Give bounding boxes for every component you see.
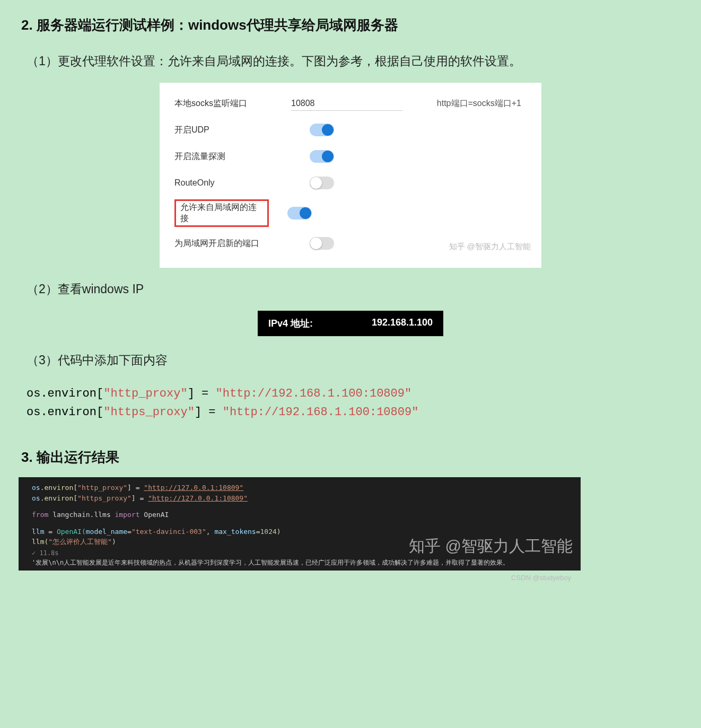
socks-port-value[interactable]: 10808 xyxy=(291,97,402,111)
setting-row-udp: 开启UDP xyxy=(174,120,527,140)
ipv4-address-box: IPv4 地址: 192.168.1.100 xyxy=(258,311,443,336)
term-line: llm("怎么评价人工智能") xyxy=(32,537,573,547)
setting-row-port: 本地socks监听端口 10808 http端口=socks端口+1 xyxy=(174,93,527,113)
output-text: '发展\n\n人工智能发展是近年来科技领域的热点，从机器学习到深度学习，人工智能… xyxy=(32,558,573,567)
execution-time: ✓ 11.8s xyxy=(32,549,573,557)
section-3-heading: 3. 输出运行结果 xyxy=(21,448,680,467)
setting-row-lan: 允许来自局域网的连接 xyxy=(174,199,527,227)
toggle-traffic[interactable] xyxy=(310,150,334,163)
term-line: from langchain.llms import OpenAI xyxy=(32,510,573,520)
toggle-knob xyxy=(310,177,322,189)
toggle-knob xyxy=(322,124,334,136)
term-line: os.environ["https_proxy"] = "http://127.… xyxy=(32,493,573,504)
toggle-lan[interactable] xyxy=(287,207,312,220)
zhihu-watermark: 知乎 @智驱力人工智能 xyxy=(449,242,531,252)
setting-label-highlighted: 允许来自局域网的连接 xyxy=(174,199,269,227)
toggle-udp[interactable] xyxy=(310,124,334,136)
setting-label: 为局域网开启新的端口 xyxy=(174,236,291,251)
term-line: os.environ["http_proxy"] = "http://127.0… xyxy=(32,483,573,493)
toggle-knob xyxy=(310,238,322,249)
ipv4-label: IPv4 地址: xyxy=(268,317,313,330)
setting-label: 开启UDP xyxy=(174,122,291,138)
proxy-code-block: os.environ["http_proxy"] = "http://192.1… xyxy=(27,384,680,422)
setting-label: 开启流量探测 xyxy=(174,149,291,164)
setting-row-traffic: 开启流量探测 xyxy=(174,146,527,166)
setting-row-routeonly: RouteOnly xyxy=(174,173,527,193)
csdn-credit: CSDN @studyeboy xyxy=(21,574,680,582)
setting-label: RouteOnly xyxy=(174,176,291,190)
ipv4-value: 192.168.1.100 xyxy=(372,317,433,330)
terminal-output: os.environ["http_proxy"] = "http://127.0… xyxy=(19,477,581,570)
term-line: llm = OpenAI(model_name="text-davinci-00… xyxy=(32,527,573,537)
step-3-text: （3）代码中添加下面内容 xyxy=(27,352,680,369)
proxy-settings-panel: 本地socks监听端口 10808 http端口=socks端口+1 开启UDP… xyxy=(160,83,541,268)
port-hint: http端口=socks端口+1 xyxy=(402,98,527,109)
toggle-knob xyxy=(300,207,311,219)
toggle-lan-port[interactable] xyxy=(310,237,334,250)
section-2-heading: 2. 服务器端运行测试样例：windows代理共享给局域网服务器 xyxy=(21,16,680,34)
toggle-knob xyxy=(322,151,334,162)
step-2-text: （2）查看windows IP xyxy=(27,281,680,297)
step-1-text: （1）更改代理软件设置：允许来自局域网的连接。下图为参考，根据自己使用的软件设置… xyxy=(27,53,680,69)
code-line-2: os.environ["https_proxy"] = "http://192.… xyxy=(27,403,680,422)
code-line-1: os.environ["http_proxy"] = "http://192.1… xyxy=(27,384,680,403)
setting-label: 本地socks监听端口 xyxy=(174,96,291,111)
toggle-routeonly[interactable] xyxy=(310,177,334,189)
